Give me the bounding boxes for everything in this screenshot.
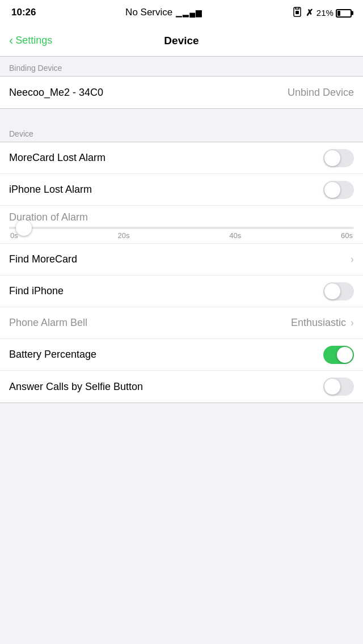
slider-ticks: 0s 20s 40s 60s xyxy=(9,231,354,240)
status-right: ✗ 21% xyxy=(292,7,352,19)
find-morecard-row[interactable]: Find MoreCard › xyxy=(0,244,363,276)
iphone-lost-alarm-label: iPhone Lost Alarm xyxy=(9,184,92,196)
back-button[interactable]: ‹ Settings xyxy=(9,35,52,47)
find-iphone-toggle[interactable] xyxy=(323,282,354,300)
find-iphone-label: Find iPhone xyxy=(9,285,64,297)
status-time: 10:26 xyxy=(11,7,36,18)
find-morecard-chevron-icon: › xyxy=(351,253,354,265)
battery-label: 21% xyxy=(316,8,352,18)
sim-icon xyxy=(292,7,302,19)
status-bar: 10:26 No Service ▁▂▄▆ ✗ 21% xyxy=(0,0,363,25)
morecard-lost-alarm-toggle[interactable] xyxy=(323,149,354,167)
find-iphone-toggle-thumb xyxy=(324,283,340,299)
binding-device-section-header: Binding Device xyxy=(0,57,363,76)
battery-percentage-toggle[interactable] xyxy=(323,346,354,364)
tick-60s: 60s xyxy=(341,231,353,240)
tick-20s: 20s xyxy=(118,231,130,240)
answer-calls-toggle-thumb xyxy=(324,379,340,395)
duration-alarm-row: Duration of Alarm 0s 20s 40s 60s xyxy=(0,206,363,244)
tick-40s: 40s xyxy=(229,231,241,240)
bluetooth-icon: ✗ xyxy=(306,7,313,18)
slider-track xyxy=(9,227,354,229)
back-label: Settings xyxy=(15,35,52,46)
phone-alarm-bell-right: Enthusiastic › xyxy=(291,317,354,329)
morecard-toggle-thumb xyxy=(324,150,340,166)
phone-alarm-bell-value: Enthusiastic xyxy=(291,317,346,329)
morecard-lost-alarm-label: MoreCard Lost Alarm xyxy=(9,152,105,164)
device-row: Neecoo_Me2 - 34C0 Unbind Device xyxy=(0,77,363,108)
duration-label: Duration of Alarm xyxy=(9,211,354,223)
battery-icon xyxy=(336,9,352,18)
phone-alarm-bell-label: Phone Alarm Bell xyxy=(9,317,87,329)
signal-icon: ▁▂▄▆ xyxy=(176,8,202,17)
unbind-device-button[interactable]: Unbind Device xyxy=(288,87,354,99)
slider-thumb[interactable] xyxy=(16,220,32,236)
phone-alarm-bell-row[interactable]: Phone Alarm Bell Enthusiastic › xyxy=(0,307,363,339)
nav-bar: ‹ Settings Device xyxy=(0,25,363,57)
binding-device-section: Neecoo_Me2 - 34C0 Unbind Device xyxy=(0,76,363,109)
network-label: No Service xyxy=(125,7,172,18)
find-iphone-row: Find iPhone xyxy=(0,276,363,307)
find-morecard-label: Find MoreCard xyxy=(9,253,77,265)
device-settings-section: MoreCard Lost Alarm iPhone Lost Alarm Du… xyxy=(0,142,363,403)
answer-calls-toggle[interactable] xyxy=(323,378,354,396)
phone-alarm-bell-chevron-icon: › xyxy=(351,317,354,329)
iphone-toggle-thumb xyxy=(324,182,340,198)
spacer1 xyxy=(0,109,363,122)
svg-rect-1 xyxy=(296,11,299,14)
device-section-header: Device xyxy=(0,122,363,142)
morecard-lost-alarm-row: MoreCard Lost Alarm xyxy=(0,142,363,174)
iphone-lost-alarm-row: iPhone Lost Alarm xyxy=(0,174,363,206)
battery-percentage-label: Battery Percentage xyxy=(9,349,96,361)
page-title: Device xyxy=(164,35,199,47)
device-name-label: Neecoo_Me2 - 34C0 xyxy=(9,87,103,99)
answer-calls-label: Answer Calls by Selfie Button xyxy=(9,381,143,393)
answer-calls-row: Answer Calls by Selfie Button xyxy=(0,371,363,402)
status-network: No Service ▁▂▄▆ xyxy=(125,7,202,18)
tick-0s: 0s xyxy=(10,231,18,240)
battery-toggle-thumb xyxy=(337,347,353,363)
iphone-lost-alarm-toggle[interactable] xyxy=(323,181,354,199)
back-chevron-icon: ‹ xyxy=(9,35,13,47)
battery-percentage-row: Battery Percentage xyxy=(0,339,363,371)
